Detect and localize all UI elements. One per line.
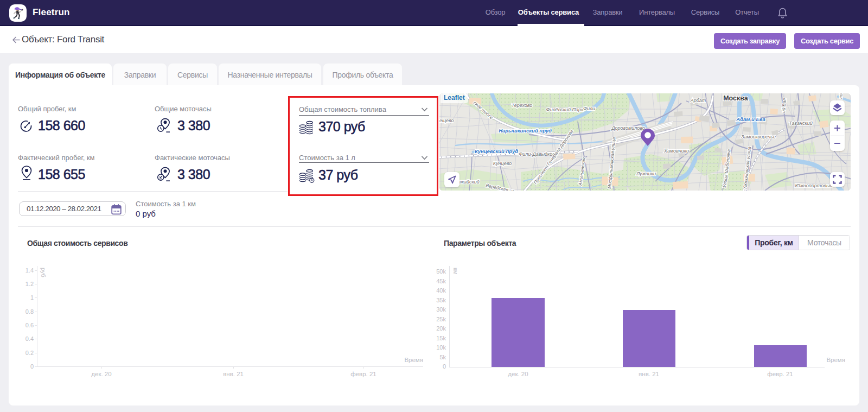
svg-text:Южнопортовый: Южнопортовый: [795, 183, 832, 188]
svg-text:унцево: унцево: [439, 118, 454, 123]
svg-text:Нарышкинский пруд: Нарышкинский пруд: [499, 128, 552, 134]
svg-text:Адам и Ева: Адам и Ева: [736, 116, 765, 122]
svg-text:Кунцевский пруд: Кунцевский пруд: [475, 148, 518, 154]
svg-text:ий Вал: ий Вал: [781, 98, 787, 113]
svg-text:Филёвский Парк: Филёвский Парк: [546, 107, 584, 112]
svg-text:Москва: Москва: [723, 94, 749, 102]
svg-text:Дорогомилово: Дорогомилово: [611, 125, 644, 131]
svg-text:Замоскворечье: Замоскворечье: [741, 134, 776, 140]
svg-text:ожайский: ожайский: [458, 179, 480, 185]
svg-text:Хамовники: Хамовники: [663, 148, 689, 154]
svg-text:Лужники: Лужники: [636, 171, 656, 176]
svg-text:Фили: Фили: [583, 106, 595, 111]
svg-text:Кунцево: Кунцево: [493, 161, 512, 166]
svg-text:Терехово: Терехово: [512, 103, 533, 108]
svg-text:Арбат: Арбат: [690, 98, 706, 103]
svg-text:Таганский: Таганский: [789, 121, 812, 126]
